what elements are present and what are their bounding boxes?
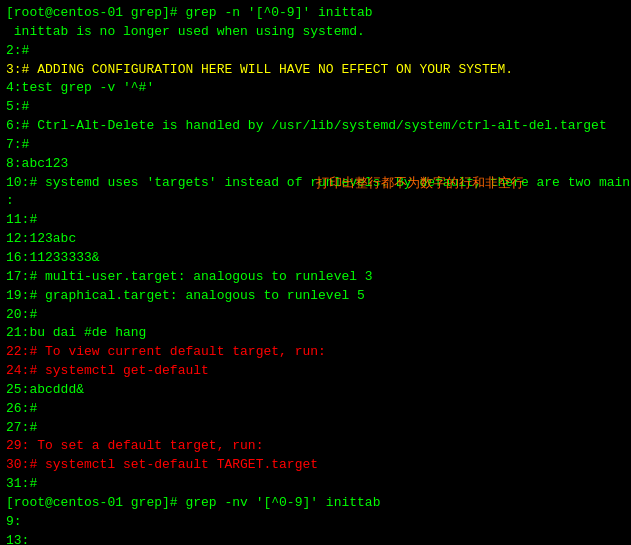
output-line-1: inittab is no longer used when using sys…	[6, 23, 625, 42]
terminal: [root@centos-01 grep]# grep -n '[^0-9]' …	[0, 0, 631, 545]
output-line-22: 29: To set a default target, run:	[6, 437, 625, 456]
output2-line-2: 13:	[6, 532, 625, 545]
output-line-24: 31:#	[6, 475, 625, 494]
output-line-6: 6:# Ctrl-Alt-Delete is handled by /usr/l…	[6, 117, 625, 136]
output-line-20: 26:#	[6, 400, 625, 419]
output-line-18: 24:# systemctl get-default	[6, 362, 625, 381]
output-line-4: 4:test grep -v '^#'	[6, 79, 625, 98]
output-line-12: 16:11233333&	[6, 249, 625, 268]
output-line-9b: :	[6, 192, 625, 211]
output-line-3: 3:# ADDING CONFIGURATION HERE WILL HAVE …	[6, 61, 625, 80]
output-line-15: 20:#	[6, 306, 625, 325]
output-line-2: 2:#	[6, 42, 625, 61]
output-line-16: 21:bu dai #de hang	[6, 324, 625, 343]
output-line-5: 5:#	[6, 98, 625, 117]
output-line-23: 30:# systemctl set-default TARGET.target	[6, 456, 625, 475]
output-line-19: 25:abcddd&	[6, 381, 625, 400]
output-line-14: 19:# graphical.target: analogous to runl…	[6, 287, 625, 306]
annotation-1: 打印出整行都不为数字的行和非空行	[316, 174, 524, 192]
output-line-10: 11:#	[6, 211, 625, 230]
output-line-8: 8:abc123	[6, 155, 625, 174]
output-line-13: 17:# multi-user.target: analogous to run…	[6, 268, 625, 287]
output-line-17: 22:# To view current default target, run…	[6, 343, 625, 362]
command-line-2: [root@centos-01 grep]# grep -nv '[^0-9]'…	[6, 494, 625, 513]
command-line-1: [root@centos-01 grep]# grep -n '[^0-9]' …	[6, 4, 625, 23]
output-line-11: 12:123abc	[6, 230, 625, 249]
output-line-7: 7:#	[6, 136, 625, 155]
output2-line-1: 9:	[6, 513, 625, 532]
output-line-21: 27:#	[6, 419, 625, 438]
